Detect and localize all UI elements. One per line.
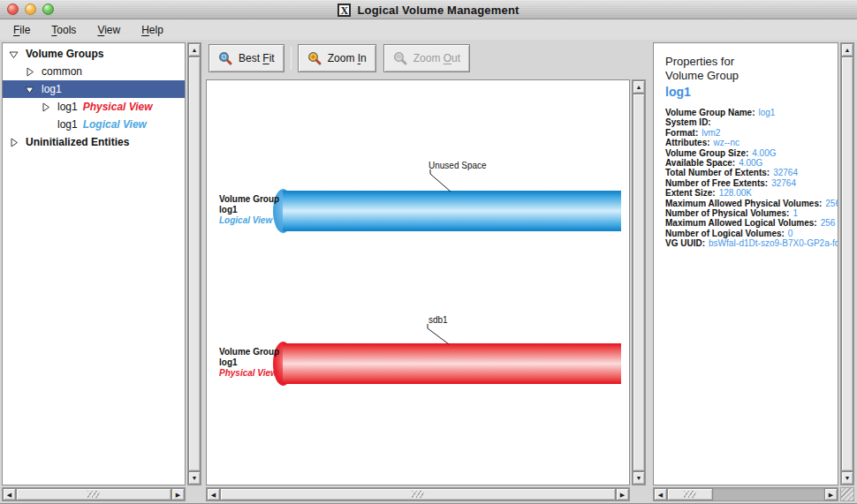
scrollbar-corner [632, 487, 646, 501]
expander-closed-icon[interactable] [8, 137, 19, 147]
properties-heading: Properties for [665, 55, 838, 69]
property-row: Volume Group Name:log1 [665, 108, 838, 117]
tree-item-log1-logical-view[interactable]: log1 Logical View [3, 116, 185, 133]
properties-subject: log1 [665, 85, 838, 100]
properties-horizontal-scrollbar[interactable] [653, 487, 838, 501]
property-row: Maximum Allowed Logical Volumes:256 [665, 218, 838, 228]
property-row: Extent Size:128.00K [665, 188, 838, 198]
property-row: Maximum Allowed Physical Volumes:256 [665, 199, 838, 208]
property-row: Attributes:wz--nc [665, 138, 838, 147]
scroll-down-button[interactable] [841, 471, 853, 485]
scroll-down-button[interactable] [633, 471, 645, 485]
scrollbar-thumb[interactable] [633, 94, 645, 471]
scrollbar-thumb[interactable] [667, 488, 713, 500]
tree-item-label: log1 [57, 118, 78, 131]
property-row: Format:lvm2 [665, 128, 838, 138]
physical-volume-label: Volume Group log1 Physical View [219, 347, 279, 379]
tree-item-label: Volume Groups [26, 48, 103, 60]
tree-item-label: log1 [57, 101, 78, 113]
zoom-toolbar: Best Fit Zoom In [206, 42, 646, 78]
tree-item-view-label: Physical View [83, 101, 153, 113]
properties-view: Properties for Volume Group log1 Volume … [653, 42, 838, 485]
expander-open-icon[interactable] [24, 84, 34, 94]
menu-file[interactable]: File [7, 21, 36, 39]
property-row: Number of Physical Volumes:1 [665, 208, 838, 218]
menu-tools[interactable]: Tools [45, 21, 82, 39]
x11-app-icon: X [337, 4, 351, 17]
scroll-left-button[interactable] [207, 488, 220, 500]
menubar: File Tools View Help [0, 19, 857, 40]
best-fit-button[interactable]: Best Fit [209, 44, 284, 72]
main-area: Volume Groups common log1 [0, 40, 857, 504]
window-resize-grip[interactable] [840, 487, 854, 501]
scroll-up-button[interactable] [841, 43, 853, 56]
expander-closed-icon[interactable] [40, 102, 50, 112]
scroll-up-button[interactable] [633, 80, 645, 94]
volume-tree: Volume Groups common log1 [2, 42, 186, 485]
expander-closed-icon[interactable] [24, 66, 34, 77]
scroll-left-button[interactable] [3, 488, 16, 500]
scrollbar-track[interactable] [713, 488, 824, 500]
tree-item-log1[interactable]: log1 [3, 80, 185, 98]
scroll-right-button[interactable] [171, 488, 185, 500]
menu-view[interactable]: View [91, 21, 126, 39]
property-row: Number of Logical Volumes:0 [665, 229, 838, 238]
cylinder-body [283, 343, 621, 384]
scrollbar-corner [187, 487, 201, 501]
window-title: Logical Volume Management [357, 4, 519, 17]
cylinder-body [283, 191, 621, 231]
title-area: X Logical Volume Management [0, 0, 857, 19]
canvas-horizontal-scrollbar[interactable] [206, 487, 630, 501]
sidebar-horizontal-scrollbar[interactable] [2, 487, 186, 501]
menu-help[interactable]: Help [135, 21, 170, 39]
properties-panel: Properties for Volume Group log1 Volume … [653, 42, 854, 501]
property-row: Available Space:4.00G [665, 158, 838, 168]
toolbar-separator [291, 47, 292, 70]
properties-heading-type: Volume Group [665, 69, 838, 83]
scrollbar-thumb[interactable] [16, 488, 171, 500]
property-row: Number of Free Extents:32764 [665, 178, 838, 188]
thumb-grip [87, 491, 100, 498]
properties-vertical-scrollbar[interactable] [840, 42, 854, 485]
titlebar[interactable]: X Logical Volume Management [0, 0, 857, 19]
thumb-grip [684, 491, 696, 498]
canvas-vertical-scrollbar[interactable] [632, 79, 646, 485]
scrollbar-thumb[interactable] [220, 488, 616, 500]
expander-open-icon[interactable] [8, 49, 19, 59]
sidebar-vertical-scrollbar[interactable] [187, 42, 201, 485]
sdb1-annotation: sdb1 [428, 315, 448, 325]
tree-item-label: log1 [42, 83, 62, 95]
app-window: X Logical Volume Management File Tools V… [0, 0, 857, 504]
logical-volume-label: Volume Group log1 Logical View [219, 194, 279, 226]
magnifier-best-fit-icon [218, 51, 233, 66]
property-row: VG UUID:bsWfaI-d1Dt-szo9-B7X0-GP2a-fdRQ-… [665, 238, 838, 248]
tree-item-label: common [42, 65, 82, 78]
scroll-up-button[interactable] [188, 43, 201, 56]
scroll-left-button[interactable] [654, 488, 667, 500]
zoom-out-button: Zoom Out [383, 44, 470, 72]
property-row: Volume Group Size:4.00G [665, 148, 838, 158]
property-row: System ID: [665, 117, 838, 127]
scrollbar-thumb[interactable] [188, 56, 201, 471]
scroll-right-button[interactable] [824, 488, 838, 500]
property-row: Total Number of Extents:32764 [665, 168, 838, 177]
annotation-leader-lines [207, 80, 629, 485]
tree-item-volume-groups[interactable]: Volume Groups [3, 45, 185, 63]
tree-item-uninitialized-entities[interactable]: Uninitialized Entities [3, 133, 185, 151]
scrollbar-thumb[interactable] [841, 56, 853, 471]
tree-item-log1-physical-view[interactable]: log1 Physical View [3, 98, 185, 116]
canvas-panel: Best Fit Zoom In [206, 42, 646, 501]
volume-canvas: Volume Group log1 Logical View Unused Sp… [206, 79, 630, 485]
thumb-grip [412, 491, 424, 498]
scroll-down-button[interactable] [188, 471, 201, 485]
tree-item-label: Uninitialized Entities [26, 136, 129, 148]
sidebar-panel: Volume Groups common log1 [2, 42, 201, 501]
magnifier-zoom-in-icon [307, 51, 322, 66]
zoom-in-button[interactable]: Zoom In [298, 44, 376, 72]
tree-item-view-label: Logical View [83, 118, 147, 131]
unused-space-annotation: Unused Space [428, 161, 487, 170]
tree-item-common[interactable]: common [3, 63, 185, 80]
scroll-right-button[interactable] [616, 488, 629, 500]
magnifier-zoom-out-icon [393, 51, 408, 66]
